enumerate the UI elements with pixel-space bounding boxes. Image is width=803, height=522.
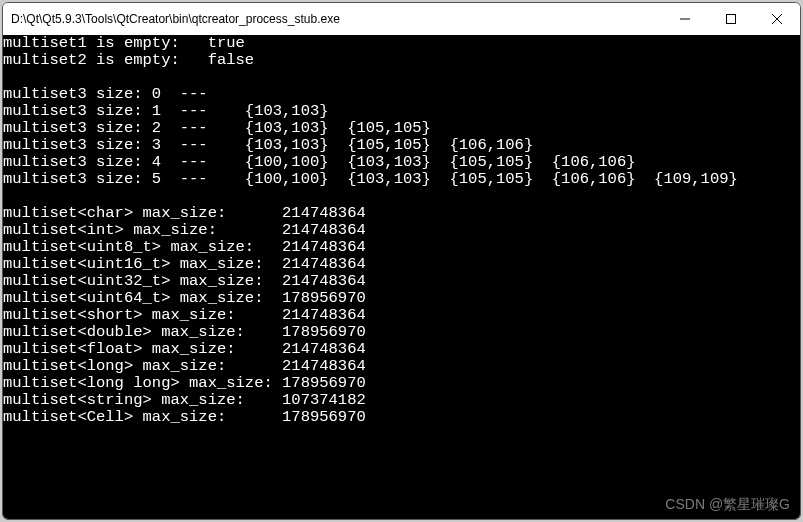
console-lines: multiset1 is empty: true multiset2 is em… xyxy=(3,35,800,426)
window-title: D:\Qt\Qt5.9.3\Tools\QtCreator\bin\qtcrea… xyxy=(11,12,662,26)
maximize-button[interactable] xyxy=(708,3,754,35)
watermark-text: CSDN @繁星璀璨G xyxy=(665,496,790,513)
svg-rect-1 xyxy=(727,15,736,24)
app-window: D:\Qt\Qt5.9.3\Tools\QtCreator\bin\qtcrea… xyxy=(2,2,801,520)
titlebar: D:\Qt\Qt5.9.3\Tools\QtCreator\bin\qtcrea… xyxy=(3,3,800,35)
window-controls xyxy=(662,3,800,35)
close-button[interactable] xyxy=(754,3,800,35)
console-output[interactable]: multiset1 is empty: true multiset2 is em… xyxy=(3,35,800,519)
minimize-button[interactable] xyxy=(662,3,708,35)
